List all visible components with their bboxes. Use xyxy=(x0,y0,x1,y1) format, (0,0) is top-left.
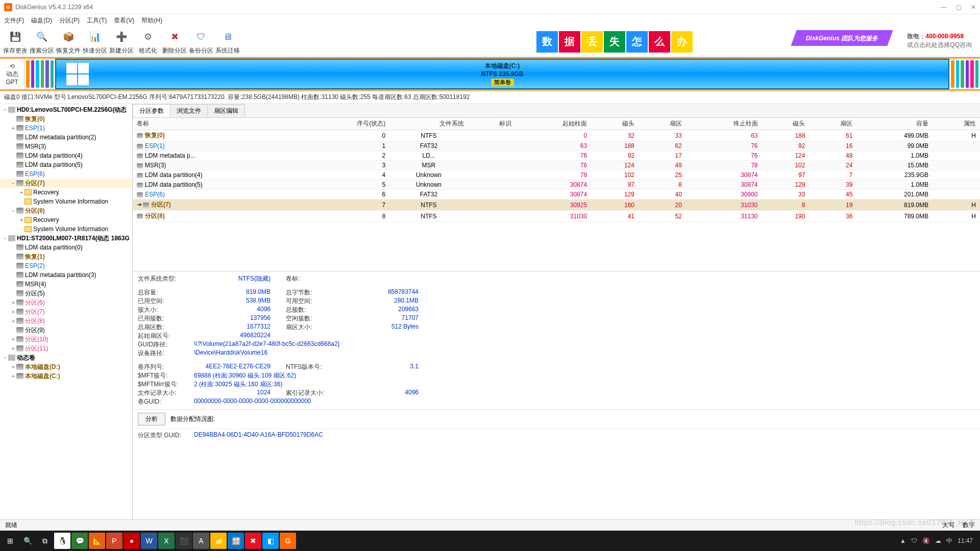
menu-item[interactable]: 查看(V) xyxy=(114,16,134,25)
toolbar-button[interactable]: ✖删除分区 xyxy=(162,28,187,55)
tree-item[interactable]: +本地磁盘(C:) xyxy=(0,371,132,381)
column-header[interactable]: 标识 xyxy=(468,118,516,130)
toolbar-button[interactable]: 📦恢复文件 xyxy=(56,28,81,55)
tree-item[interactable]: LDM metadata partition(2) xyxy=(0,133,132,142)
table-row[interactable]: MSR(3) 3MSR 7612449 7810224 15.0MB xyxy=(133,161,980,170)
tray-icon[interactable]: 🛡 xyxy=(911,537,917,544)
task-app-9[interactable]: A xyxy=(193,533,209,549)
tab[interactable]: 浏览文件 xyxy=(170,104,208,117)
task-app-12[interactable]: ✖ xyxy=(245,533,261,549)
tree-item[interactable]: +分区(10) xyxy=(0,335,132,344)
column-header[interactable]: 文件系统 xyxy=(389,118,468,130)
partition-tree[interactable]: −HD0:LenovoSL700PCI-EM.2256G(动态恢复(0)+ESP… xyxy=(0,104,133,519)
task-app-wechat[interactable]: 💬 xyxy=(71,533,88,549)
tray-icon[interactable]: 中 xyxy=(946,537,952,545)
tray-icon[interactable]: ☁ xyxy=(935,537,941,544)
menu-item[interactable]: 工具(T) xyxy=(87,16,107,25)
tree-item[interactable]: +分区(8) xyxy=(0,316,132,325)
partition-stripes-left[interactable] xyxy=(24,59,55,89)
tree-item[interactable]: −分区(7) xyxy=(0,179,132,188)
tree-item[interactable]: LDM metadata partition(3) xyxy=(0,270,132,280)
toolbar-button[interactable]: 🔍搜索分区 xyxy=(30,28,54,55)
close-icon[interactable]: ✕ xyxy=(971,4,976,11)
table-row[interactable]: LDM metadata p... 2LD... 769217 7612448 … xyxy=(133,151,980,161)
column-header[interactable]: 磁头 xyxy=(591,118,639,130)
toolbar-button[interactable]: 🛡备份分区 xyxy=(189,28,213,55)
analyze-button[interactable]: 分析 xyxy=(138,413,165,425)
tree-item[interactable]: 恢复(0) xyxy=(0,114,132,123)
column-header[interactable]: 卷标 xyxy=(133,118,304,130)
system-tray[interactable]: ▲🛡🔇☁中11:47 xyxy=(900,537,978,545)
tree-item[interactable]: +Recovery xyxy=(0,215,132,224)
tree-item[interactable]: 分区(5) xyxy=(0,289,132,298)
tree-item[interactable]: 分区(9) xyxy=(0,325,132,335)
column-header[interactable]: 属性 xyxy=(933,118,980,130)
clock[interactable]: 11:47 xyxy=(958,537,973,544)
tree-item[interactable]: MSR(4) xyxy=(0,280,132,289)
tree-item[interactable]: ESP(6) xyxy=(0,169,132,179)
tree-item[interactable]: −HD0:LenovoSL700PCI-EM.2256G(动态 xyxy=(0,105,132,114)
tree-item[interactable]: LDM data partition(0) xyxy=(0,243,132,252)
table-row[interactable]: 分区(8) 8NTFS 310304152 3113019036 789.0MB… xyxy=(133,211,980,222)
column-header[interactable]: 序号(状态) xyxy=(304,118,389,130)
table-row[interactable]: ➔分区(7) 7NTFS 3092516020 31030919 819.0MB… xyxy=(133,199,980,211)
task-app-word[interactable]: W xyxy=(141,533,157,549)
tree-item[interactable]: MSR(3) xyxy=(0,142,132,151)
tree-item[interactable]: −分区(8) xyxy=(0,206,132,215)
search-icon[interactable]: 🔍 xyxy=(19,533,36,549)
table-row[interactable]: 恢复(0) 0NTFS 03233 6318861 499.0MBH xyxy=(133,130,980,141)
tree-item[interactable]: +ESP(1) xyxy=(0,123,132,133)
toolbar-button[interactable]: 💾保存更改 xyxy=(3,28,28,55)
column-header[interactable]: 扇区 xyxy=(809,118,856,130)
menu-item[interactable]: 帮助(H) xyxy=(141,16,162,25)
task-app-10[interactable]: 📁 xyxy=(210,533,227,549)
table-row[interactable]: LDM data partition(5) 5Unknown 30874978 … xyxy=(133,180,980,190)
partition-table[interactable]: 卷标序号(状态)文件系统标识起始柱面磁头扇区终止柱面磁头扇区容量属性恢复(0) … xyxy=(133,118,980,222)
tray-icon[interactable]: 🔇 xyxy=(922,537,930,544)
tree-item[interactable]: +分区(6) xyxy=(0,298,132,307)
tree-item[interactable]: +分区(11) xyxy=(0,344,132,353)
tab[interactable]: 分区参数 xyxy=(133,104,170,117)
tree-item[interactable]: +本地磁盘(D:) xyxy=(0,362,132,371)
tray-icon[interactable]: ▲ xyxy=(900,537,906,544)
task-app-1[interactable]: 🐧 xyxy=(54,533,70,549)
task-app-5[interactable]: ● xyxy=(124,533,140,549)
toolbar-button[interactable]: ➕新建分区 xyxy=(109,28,134,55)
column-header[interactable]: 扇区 xyxy=(639,118,686,130)
task-app-excel[interactable]: X xyxy=(158,533,175,549)
task-app-diskgenius[interactable]: G xyxy=(280,533,296,549)
tree-item[interactable]: +分区(7) xyxy=(0,307,132,316)
task-app-matlab[interactable]: 📐 xyxy=(89,533,105,549)
tree-item[interactable]: System Volume Information xyxy=(0,197,132,206)
menu-item[interactable]: 磁盘(D) xyxy=(31,16,52,25)
table-row[interactable]: LDM data partition(4) 4Unknown 7810225 3… xyxy=(133,170,980,180)
tree-item[interactable]: −HD1:ST2000LM007-1R8174(动态 1863G xyxy=(0,234,132,243)
column-header[interactable]: 容量 xyxy=(856,118,933,130)
maximize-icon[interactable]: ▢ xyxy=(956,4,962,11)
partition-main[interactable]: 本地磁盘(C:) NTFS 235.9GB 简单卷 xyxy=(55,59,949,89)
task-app-13[interactable]: ◧ xyxy=(262,533,279,549)
column-header[interactable]: 终止柱面 xyxy=(686,118,762,130)
minimize-icon[interactable]: — xyxy=(941,4,947,11)
toolbar-button[interactable]: 📊快速分区 xyxy=(83,28,107,55)
partition-stripes-right[interactable] xyxy=(949,59,980,89)
table-row[interactable]: ESP(1) 1FAT32 6318862 769216 99.0MB xyxy=(133,141,980,151)
tab[interactable]: 扇区编辑 xyxy=(207,104,245,117)
tree-item[interactable]: LDM data partition(4) xyxy=(0,151,132,160)
menu-item[interactable]: 文件(F) xyxy=(4,16,24,25)
task-app-11[interactable]: 🪟 xyxy=(228,533,244,549)
task-app-ppt[interactable]: P xyxy=(106,533,122,549)
menu-item[interactable]: 分区(P) xyxy=(59,16,80,25)
table-row[interactable]: ESP(6) 6FAT32 3087412940 309003345 201.0… xyxy=(133,190,980,199)
tree-item[interactable]: 恢复(1) xyxy=(0,252,132,261)
column-header[interactable]: 起始柱面 xyxy=(516,118,592,130)
column-header[interactable]: 磁头 xyxy=(762,118,810,130)
taskview-icon[interactable]: ⧉ xyxy=(37,533,53,549)
toolbar-button[interactable]: ⚙格式化 xyxy=(136,28,160,55)
tree-item[interactable]: LDM data partition(5) xyxy=(0,160,132,169)
tree-item[interactable]: System Volume Information xyxy=(0,224,132,234)
tree-item[interactable]: −动态卷 xyxy=(0,353,132,362)
tree-item[interactable]: +Recovery xyxy=(0,188,132,197)
tree-item[interactable]: ESP(2) xyxy=(0,261,132,270)
toolbar-button[interactable]: 🖥系统迁移 xyxy=(215,28,240,55)
